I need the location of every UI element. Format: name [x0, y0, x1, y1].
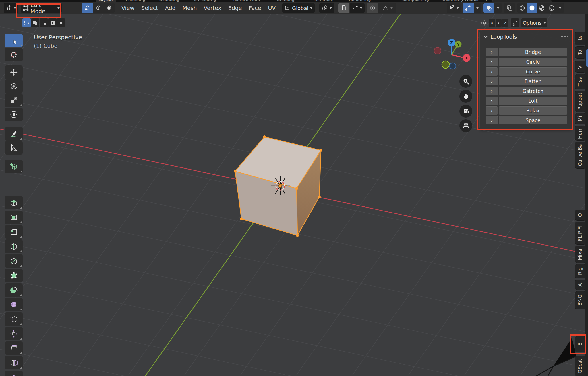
- add-workspace-button[interactable]: +: [482, 0, 491, 2]
- mirror-button[interactable]: [480, 18, 488, 27]
- snap-to-symmetry-button[interactable]: [511, 18, 519, 27]
- flatten-expand-button[interactable]: ›: [486, 77, 498, 85]
- scene-selector[interactable]: [492, 0, 552, 2]
- mirror-y-button[interactable]: Y: [496, 19, 502, 27]
- select-mode-set-button[interactable]: [22, 18, 31, 27]
- select-mode-invert-button[interactable]: [48, 18, 57, 27]
- navigation-gizmo[interactable]: Z Y X: [434, 39, 471, 69]
- panel-drag-grip[interactable]: [561, 36, 568, 38]
- menu-select[interactable]: Select: [141, 5, 158, 11]
- menu-mesh[interactable]: Mesh: [183, 5, 197, 11]
- loft-button[interactable]: Loft: [499, 97, 567, 105]
- sidebar-tab-hum[interactable]: Hum: [575, 126, 585, 141]
- tool-knife[interactable]: [5, 254, 23, 268]
- sidebar-tab-o[interactable]: O: [575, 210, 585, 221]
- tool-cursor[interactable]: [5, 48, 23, 61]
- sidebar-tab-mi[interactable]: Mi: [575, 113, 585, 124]
- workspace-tab-layout[interactable]: Layout: [96, 0, 116, 2]
- workspace-tab-animation[interactable]: Animation: [309, 0, 336, 2]
- tool-bevel[interactable]: [5, 225, 23, 239]
- select-mode-intersect-button[interactable]: [57, 18, 65, 27]
- mirror-x-button[interactable]: X: [489, 19, 495, 27]
- menu-face[interactable]: Face: [249, 5, 261, 11]
- tool-poly-build[interactable]: [5, 269, 23, 282]
- edge-select-button[interactable]: [93, 3, 104, 13]
- transform-orientation-dropdown[interactable]: Global: [282, 3, 315, 13]
- workspace-tab-uv-editing[interactable]: UV Editing: [191, 0, 219, 2]
- tool-edge-slide[interactable]: [5, 312, 23, 326]
- tool-inset-faces[interactable]: [5, 211, 23, 224]
- shading-material-button[interactable]: [537, 3, 547, 13]
- menu-view[interactable]: View: [121, 5, 134, 11]
- loft-expand-button[interactable]: ›: [486, 97, 498, 105]
- sidebar-tab-by-g[interactable]: BY-G: [575, 291, 585, 309]
- tool-loop-cut[interactable]: [5, 239, 23, 253]
- tool-scale[interactable]: [5, 93, 23, 107]
- workspace-tab-compositing[interactable]: Compositing: [399, 0, 432, 2]
- gstretch-expand-button[interactable]: ›: [486, 87, 498, 95]
- gizmos-dropdown[interactable]: [474, 3, 481, 13]
- object-visibility-dropdown[interactable]: [447, 3, 461, 13]
- sidebar-tab-gscat[interactable]: GScat: [575, 356, 585, 376]
- camera-view-button[interactable]: [459, 105, 472, 118]
- shading-solid-button[interactable]: [527, 3, 537, 13]
- tool-rotate[interactable]: [5, 79, 23, 93]
- sidebar-tab-rig[interactable]: Rig: [575, 264, 585, 278]
- snap-settings-dropdown[interactable]: [350, 3, 365, 13]
- show-gizmos-toggle[interactable]: [463, 3, 474, 13]
- menu-edge[interactable]: Edge: [228, 5, 242, 11]
- shading-dropdown[interactable]: [556, 3, 564, 13]
- curve-button[interactable]: Curve: [499, 67, 567, 76]
- snap-toggle-button[interactable]: [338, 3, 349, 13]
- tool-spin[interactable]: [5, 283, 23, 297]
- sidebar-tab-flip-fl[interactable]: FLIP Fl: [575, 222, 585, 245]
- sidebar-tab-a[interactable]: A: [575, 280, 585, 290]
- sidebar-tab-tiss[interactable]: Tiss: [575, 74, 585, 89]
- workspace-tab-rendering[interactable]: Rendering: [346, 0, 374, 2]
- proportional-edit-toggle[interactable]: [367, 3, 378, 13]
- zoom-button[interactable]: [459, 75, 472, 88]
- shading-rendered-button[interactable]: [547, 3, 556, 13]
- flatten-button[interactable]: Flatten: [499, 77, 567, 85]
- space-expand-button[interactable]: ›: [486, 116, 498, 124]
- mode-dropdown[interactable]: Edit Mode: [21, 3, 62, 13]
- space-button[interactable]: Space: [499, 116, 567, 124]
- xray-toggle[interactable]: [504, 3, 515, 13]
- workspace-tab-sculpting[interactable]: Sculpting: [156, 0, 182, 2]
- vertex-select-button[interactable]: [82, 3, 93, 13]
- workspace-tab-texture-paint[interactable]: Texture Paint: [230, 0, 263, 2]
- pan-button[interactable]: [459, 90, 472, 103]
- looptools-panel-header[interactable]: LoopTools: [484, 34, 517, 40]
- sidebar-tab-mixa[interactable]: Mixa: [575, 246, 585, 263]
- sidebar-tab-to[interactable]: To: [575, 46, 585, 59]
- tool-annotate[interactable]: [5, 127, 23, 141]
- tool-rip-region[interactable]: [5, 356, 23, 369]
- menu-add[interactable]: Add: [165, 5, 176, 11]
- sidebar-tab-ite[interactable]: Ite: [575, 32, 585, 45]
- circle-expand-button[interactable]: ›: [486, 58, 498, 66]
- select-mode-extend-button[interactable]: [31, 18, 39, 27]
- select-mode-subtract-button[interactable]: [40, 18, 48, 27]
- circle-button[interactable]: Circle: [499, 58, 567, 66]
- shading-wireframe-button[interactable]: [517, 3, 527, 13]
- relax-button[interactable]: Relax: [499, 106, 567, 115]
- sidebar-tab-e[interactable]: E: [575, 336, 585, 352]
- workspace-tab-modeling[interactable]: Modeling: [123, 0, 148, 2]
- options-dropdown[interactable]: Options: [521, 18, 547, 27]
- sidebar-tab-curve-ba[interactable]: Curve Ba: [575, 142, 585, 169]
- show-overlays-toggle[interactable]: [483, 3, 494, 13]
- perspective-toggle-button[interactable]: [459, 119, 472, 132]
- sidebar-tab-puppet[interactable]: Puppet: [575, 91, 585, 112]
- tool-rip-edge[interactable]: [5, 371, 23, 376]
- workspace-tab-geometry-nodes[interactable]: Geometry Nodes: [439, 0, 481, 2]
- bridge-expand-button[interactable]: ›: [486, 48, 498, 56]
- curve-expand-button[interactable]: ›: [486, 67, 498, 76]
- overlays-dropdown[interactable]: [494, 3, 502, 13]
- menu-uv[interactable]: UV: [268, 5, 276, 11]
- tool-shrink-fatten[interactable]: [5, 327, 23, 340]
- tool-smooth[interactable]: [5, 298, 23, 311]
- tool-add-cube[interactable]: [5, 160, 23, 173]
- workspace-tab-shading[interactable]: Shading: [274, 0, 297, 2]
- tool-extrude-region[interactable]: [5, 196, 23, 209]
- face-select-button[interactable]: [104, 3, 115, 13]
